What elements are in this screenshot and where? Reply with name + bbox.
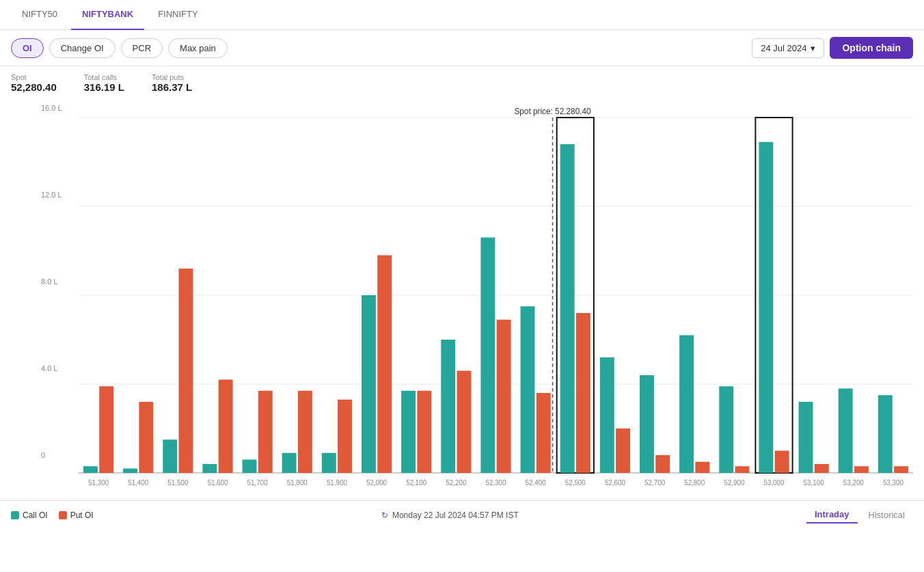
call-oi-color [11,511,19,519]
svg-rect-56 [719,386,733,473]
call-oi-legend: Call OI [11,510,48,520]
total-puts-stat: Total puts 186.37 L [152,73,192,93]
svg-rect-16 [202,464,217,473]
date-selector[interactable]: 24 Jul 2024 ▾ [752,38,824,58]
svg-rect-37 [480,238,495,474]
svg-rect-38 [497,320,511,473]
svg-rect-61 [775,451,789,474]
total-puts-value: 186.37 L [152,81,192,93]
put-oi-legend: Put OI [59,510,94,520]
svg-rect-57 [735,466,750,473]
svg-rect-64 [815,464,829,473]
spot-value: 52,280.40 [11,81,57,93]
svg-rect-13 [163,439,177,473]
y-label-1: 4.0 L [41,364,74,372]
toolbar: OI Change OI PCR Max pain 24 Jul 2024 ▾ … [0,30,924,66]
svg-text:52,000: 52,000 [366,479,388,487]
call-oi-label: Call OI [23,510,48,520]
svg-rect-40 [521,306,535,473]
svg-rect-48 [616,428,630,473]
chart-container: 0 4.0 L 8.0 L 12.0 L 16.0 L Spot price: … [41,104,913,493]
svg-rect-60 [759,142,773,473]
legend: Call OI Put OI [11,510,94,520]
svg-rect-50 [640,375,654,473]
svg-rect-63 [799,402,813,473]
time-info: ↻ Monday 22 Jul 2024 04:57 PM IST [381,510,519,520]
svg-rect-51 [655,455,670,473]
total-puts-label: Total puts [152,73,192,81]
svg-text:51,300: 51,300 [88,479,109,487]
svg-text:51,600: 51,600 [207,479,228,487]
svg-rect-66 [839,389,853,474]
svg-text:53,000: 53,000 [763,479,785,487]
svg-rect-41 [536,393,551,473]
svg-text:51,500: 51,500 [167,479,189,487]
svg-rect-25 [322,453,336,473]
selected-date: 24 Jul 2024 [761,43,806,53]
svg-text:52,200: 52,200 [446,479,467,487]
svg-rect-53 [679,336,694,474]
tab-finnifty[interactable]: FINNIFTY [147,0,209,30]
put-oi-color [59,511,67,519]
y-axis: 0 4.0 L 8.0 L 12.0 L 16.0 L [41,104,79,459]
svg-rect-26 [338,400,352,473]
chevron-down-icon: ▾ [811,43,815,53]
svg-rect-67 [854,466,869,473]
chart-svg: Spot price: 52,280.4051,30051,40051,5005… [79,104,913,500]
intraday-button[interactable]: Intraday [806,506,858,523]
svg-text:52,300: 52,300 [485,479,506,487]
svg-rect-35 [457,371,472,474]
change-oi-button[interactable]: Change OI [49,38,116,58]
oi-button[interactable]: OI [11,38,44,58]
svg-rect-34 [441,340,455,473]
put-oi-label: Put OI [70,510,94,520]
svg-rect-54 [695,462,709,473]
svg-rect-8 [99,386,113,473]
svg-rect-45 [576,313,590,473]
svg-rect-23 [298,391,312,473]
y-label-0: 0 [41,451,74,459]
svg-rect-28 [362,295,376,473]
chart-area: 0 4.0 L 8.0 L 12.0 L 16.0 L Spot price: … [0,97,924,500]
svg-rect-10 [123,469,137,474]
svg-rect-69 [878,395,893,473]
spot-label: Spot [11,73,57,81]
svg-text:52,900: 52,900 [724,479,745,487]
total-calls-value: 316.19 L [84,81,124,93]
tab-nifty50[interactable]: NIFTY50 [11,0,68,30]
option-chain-button[interactable]: Option chain [830,37,913,59]
svg-text:53,100: 53,100 [804,479,825,487]
svg-rect-32 [417,391,431,473]
refresh-icon: ↻ [381,510,388,520]
nav-tabs: NIFTY50 NIFTYBANK FINNIFTY [0,0,924,30]
timestamp: Monday 22 Jul 2024 04:57 PM IST [392,510,519,520]
svg-rect-70 [894,466,908,473]
svg-text:52,100: 52,100 [406,479,427,487]
y-label-3: 12.0 L [41,191,74,199]
svg-text:51,800: 51,800 [287,479,308,487]
bottom-bar: Call OI Put OI ↻ Monday 22 Jul 2024 04:5… [0,500,924,529]
svg-rect-14 [179,269,193,473]
total-calls-stat: Total calls 316.19 L [84,73,124,93]
pcr-button[interactable]: PCR [121,38,163,58]
svg-rect-7 [83,466,98,473]
svg-text:51,400: 51,400 [128,479,149,487]
svg-text:52,700: 52,700 [644,479,666,487]
historical-button[interactable]: Historical [860,506,913,523]
y-label-2: 8.0 L [41,277,74,286]
svg-rect-20 [258,391,273,473]
stats-row: Spot 52,280.40 Total calls 316.19 L Tota… [0,66,924,97]
svg-rect-29 [377,256,392,474]
svg-rect-22 [282,453,297,473]
view-buttons: Intraday Historical [806,506,913,523]
svg-text:Spot price: 52,280.40: Spot price: 52,280.40 [514,107,591,116]
y-label-4: 16.0 L [41,104,74,112]
svg-text:52,500: 52,500 [565,479,586,487]
max-pain-button[interactable]: Max pain [168,38,228,58]
svg-text:53,300: 53,300 [883,479,904,487]
svg-rect-47 [600,357,614,473]
tab-niftybank[interactable]: NIFTYBANK [71,0,144,30]
svg-text:52,400: 52,400 [526,479,547,487]
svg-rect-11 [139,402,153,473]
spot-stat: Spot 52,280.40 [11,73,57,93]
